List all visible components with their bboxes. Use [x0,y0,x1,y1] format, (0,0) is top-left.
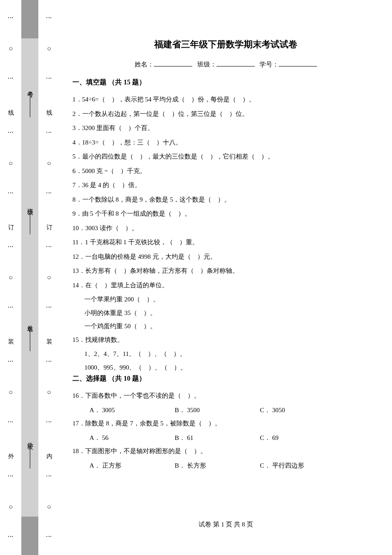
section-2-heading: 二、选择题 （共 10 题） [72,374,379,383]
page-content: 福建省三年级下册数学期末考试试卷 姓名： 班级： 学号： 一、填空题 （共 15… [72,38,379,472]
class-label: 班级： [197,61,216,68]
choice-17C: C． 69 [260,431,345,445]
choice-17B: B． 61 [175,431,260,445]
circle-mark: ○ [47,273,51,281]
circle-mark: ○ [9,503,13,511]
question-15a: 1、2、4、7、11、（ ）、（ ）。 [72,347,379,361]
page-footer: 试卷 第 1 页 共 8 页 [72,520,379,529]
choice-16B: B． 3500 [175,404,260,417]
circle-mark: ○ [9,159,13,167]
dots: ⋮ [46,244,52,250]
binding-name-field: 姓名： [26,321,34,351]
binding-inner-label: 内 [46,448,53,450]
question-7: 7．36 是 4 的（ ）倍。 [72,179,379,192]
student-info-line: 姓名： 班级： 学号： [72,61,379,69]
question-12: 12．一台电脑的价格是 4998 元，大约是（ ）元。 [72,250,379,264]
dots: ⋮ [7,473,14,480]
dots: ⋮ [7,358,14,365]
question-15b: 1000、995、990、（ ）、（ ）。 [72,361,379,375]
dots: ⋮ [7,130,14,136]
question-14c: 一个鸡蛋约重 50（ ）。 [72,320,379,333]
dots: ⋮ [7,15,14,21]
question-14b: 小明的体重是 35（ ）。 [72,306,379,320]
page-title: 福建省三年级下册数学期末考试试卷 [72,38,379,50]
question-4: 4．18÷3=（ ），想：三（ ）十八。 [72,136,379,150]
choice-18C: C． 平行四边形 [260,459,345,473]
question-6: 6．5000 克 =（ ）千克。 [72,165,379,178]
question-13: 13．长方形有（ ）条对称轴，正方形有（ ）条对称轴。 [72,264,379,278]
dots: ⋮ [46,358,52,365]
question-16-choices: A． 3005 B． 3500 C． 3050 [72,404,379,417]
circle-mark: ○ [47,44,51,52]
question-9: 9．由 5 个千和 8 个一组成的数是（ ）。 [72,207,379,221]
binding-outer-marks: ⋮ ○ ⋮ 线 ⋮ ○ ⋮ 订 ⋮ ○ ⋮ 装 ⋮ ○ ⋮ 外 ⋮ ○ ⋮ [7,4,14,551]
id-blank [279,61,317,66]
question-14a: 一个苹果约重 200（ ）。 [72,293,379,306]
question-14: 14．在（ ）里填上合适的单位。 [72,279,379,292]
dots: ⋮ [46,534,52,540]
circle-mark: ○ [9,388,13,396]
binding-inner-column: ⋮ ○ ⋮ 线 ⋮ ○ ⋮ 订 ⋮ ○ ⋮ 装 ⋮ ○ ⋮ 内 ⋮ ○ ⋮ [43,0,55,555]
choice-18A: A． 正方形 [89,459,175,473]
id-label: 学号： [259,61,279,68]
binding-gray-labels: 考号： 班级： 姓名： 学校： [21,0,38,555]
question-18: 18．下面图形中，不是轴对称图形的是（ ）。 [72,445,379,458]
choice-16C: C． 3050 [260,404,345,417]
dots: ⋮ [7,304,14,311]
choice-18B: B． 长方形 [175,459,260,473]
question-2: 2．一个数从右边起，第一位是（ ）位，第三位是（ ）位。 [72,107,379,121]
question-1: 1．54÷6=（ ），表示把 54 平均分成（ ）份，每份是（ ）。 [72,93,379,107]
question-11: 11．1 千克棉花和 1 千克铁比较，（ ）重。 [72,236,379,249]
binding-school-field: 学校： [26,438,34,468]
dots: ⋮ [46,75,52,82]
dots: ⋮ [7,244,14,250]
dots: ⋮ [46,473,52,480]
binding-examno-field: 考号： [26,87,34,117]
dots: ⋮ [7,419,14,425]
binding-zhuang-label: 装 [7,334,14,335]
binding-class-field: 班级： [26,204,34,234]
name-label: 姓名： [135,61,154,68]
binding-ding-label: 订 [7,220,14,221]
question-17-choices: A． 56 B． 61 C． 69 [72,431,379,445]
class-blank [216,61,255,66]
circle-mark: ○ [47,388,51,396]
circle-mark: ○ [47,159,51,167]
circle-mark: ○ [9,44,13,52]
question-3: 3．3200 里面有（ ）个百。 [72,121,379,135]
binding-xian-label: 线 [7,105,14,107]
question-15: 15．找规律填数。 [72,333,379,347]
dots: ⋮ [46,419,52,425]
binding-zhuang-label: 装 [46,334,53,335]
circle-mark: ○ [47,503,51,511]
choice-16A: A． 3005 [89,404,175,417]
binding-outer-column: ⋮ ○ ⋮ 线 ⋮ ○ ⋮ 订 ⋮ ○ ⋮ 装 ⋮ ○ ⋮ 外 ⋮ ○ ⋮ [4,0,17,555]
choice-17A: A． 56 [89,431,175,445]
dots: ⋮ [46,130,52,136]
dots: ⋮ [7,190,14,197]
name-blank [154,61,192,66]
binding-ding-label: 订 [46,220,53,221]
question-18-choices: A． 正方形 B． 长方形 C． 平行四边形 [72,459,379,473]
dots: ⋮ [46,304,52,311]
dots: ⋮ [46,15,52,21]
binding-inner-marks: ⋮ ○ ⋮ 线 ⋮ ○ ⋮ 订 ⋮ ○ ⋮ 装 ⋮ ○ ⋮ 内 ⋮ ○ ⋮ [46,4,53,551]
circle-mark: ○ [9,273,13,281]
section-1-heading: 一、填空题 （共 15 题） [72,78,379,87]
dots: ⋮ [46,190,52,197]
question-8: 8．一个数除以 8，商是 9，余数是 5，这个数是（ ）。 [72,193,379,207]
question-10: 10．3003 读作（ ）。 [72,222,379,235]
dots: ⋮ [7,534,14,540]
binding-xian-label: 线 [46,105,53,107]
binding-outer-label: 外 [7,448,14,450]
question-17: 17．除数是 8，商是 7，余数是 5，被除数是（ ）。 [72,417,379,431]
dots: ⋮ [7,75,14,82]
question-5: 5．最小的四位数是（ ），最大的三位数是（ ），它们相差（ ）。 [72,150,379,164]
question-16: 16．下面各数中，一个零也不读的是（ ）。 [72,389,379,403]
